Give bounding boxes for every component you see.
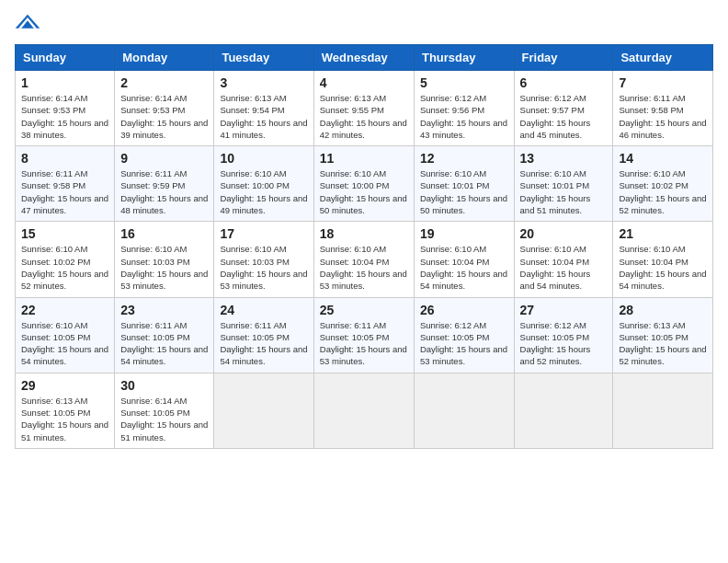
sunset-time: Sunset: 10:05 PM (619, 332, 688, 342)
day-number: 8 (21, 151, 108, 166)
sunrise-time: Sunrise: 6:10 AM (21, 244, 87, 254)
daylight-hours: Daylight: 15 hours and 52 minutes. (520, 344, 591, 366)
sunrise-time: Sunrise: 6:14 AM (120, 396, 187, 406)
calendar-week-row: 22 Sunrise: 6:10 AM Sunset: 10:05 PM Day… (16, 297, 713, 373)
col-sunday: Sunday (16, 45, 115, 71)
sunset-time: Sunset: 10:04 PM (520, 257, 590, 267)
table-row: 24 Sunrise: 6:11 AM Sunset: 10:05 PM Day… (214, 297, 313, 373)
day-detail: Sunrise: 6:10 AM Sunset: 10:04 PM Daylig… (320, 243, 408, 292)
sunrise-time: Sunrise: 6:12 AM (520, 320, 586, 330)
day-detail: Sunrise: 6:12 AM Sunset: 10:05 PM Daylig… (520, 319, 608, 368)
sunrise-time: Sunrise: 6:10 AM (619, 244, 685, 254)
daylight-hours: Daylight: 15 hours and 45 minutes. (520, 118, 591, 140)
daylight-hours: Daylight: 15 hours and 42 minutes. (320, 118, 407, 140)
table-row: 15 Sunrise: 6:10 AM Sunset: 10:02 PM Day… (16, 222, 115, 297)
day-detail: Sunrise: 6:13 AM Sunset: 9:55 PM Dayligh… (320, 92, 408, 141)
day-detail: Sunrise: 6:10 AM Sunset: 10:04 PM Daylig… (619, 243, 707, 292)
sunset-time: Sunset: 10:05 PM (420, 332, 490, 342)
sunrise-time: Sunrise: 6:11 AM (220, 320, 286, 330)
sunrise-time: Sunrise: 6:10 AM (420, 168, 486, 178)
daylight-hours: Daylight: 15 hours and 51 minutes. (21, 419, 108, 442)
sunrise-time: Sunrise: 6:12 AM (520, 93, 586, 103)
day-number: 11 (320, 151, 408, 166)
day-detail: Sunrise: 6:10 AM Sunset: 10:00 PM Daylig… (220, 167, 307, 216)
day-number: 12 (420, 151, 508, 166)
table-row (414, 373, 514, 448)
sunrise-time: Sunrise: 6:10 AM (220, 168, 286, 178)
table-row: 17 Sunrise: 6:10 AM Sunset: 10:03 PM Day… (214, 222, 313, 297)
table-row: 14 Sunrise: 6:10 AM Sunset: 10:02 PM Day… (613, 146, 713, 222)
day-number: 14 (619, 151, 707, 166)
col-monday: Monday (115, 45, 214, 71)
table-row: 22 Sunrise: 6:10 AM Sunset: 10:05 PM Day… (16, 297, 115, 373)
day-detail: Sunrise: 6:10 AM Sunset: 10:03 PM Daylig… (220, 243, 307, 292)
day-number: 9 (120, 151, 208, 166)
day-number: 25 (320, 303, 408, 317)
daylight-hours: Daylight: 15 hours and 50 minutes. (320, 193, 407, 215)
col-wednesday: Wednesday (313, 45, 414, 71)
sunset-time: Sunset: 10:05 PM (220, 332, 290, 342)
day-detail: Sunrise: 6:10 AM Sunset: 10:01 PM Daylig… (420, 167, 508, 216)
sunset-time: Sunset: 10:03 PM (120, 257, 190, 267)
sunrise-time: Sunrise: 6:10 AM (619, 168, 685, 178)
day-detail: Sunrise: 6:13 AM Sunset: 10:05 PM Daylig… (619, 319, 707, 368)
day-detail: Sunrise: 6:10 AM Sunset: 10:00 PM Daylig… (320, 167, 408, 216)
sunset-time: Sunset: 10:05 PM (120, 332, 190, 342)
sunrise-time: Sunrise: 6:10 AM (220, 244, 286, 254)
day-number: 7 (619, 75, 707, 90)
sunrise-time: Sunrise: 6:12 AM (420, 320, 486, 330)
sunrise-time: Sunrise: 6:14 AM (120, 93, 187, 103)
daylight-hours: Daylight: 15 hours and 41 minutes. (220, 118, 307, 140)
day-detail: Sunrise: 6:11 AM Sunset: 10:05 PM Daylig… (220, 319, 307, 368)
sunset-time: Sunset: 10:05 PM (21, 408, 91, 418)
daylight-hours: Daylight: 15 hours and 53 minutes. (120, 269, 208, 291)
sunrise-time: Sunrise: 6:10 AM (520, 168, 586, 178)
table-row: 25 Sunrise: 6:11 AM Sunset: 10:05 PM Day… (313, 297, 414, 373)
table-row: 13 Sunrise: 6:10 AM Sunset: 10:01 PM Day… (514, 146, 613, 222)
table-row: 10 Sunrise: 6:10 AM Sunset: 10:00 PM Day… (214, 146, 313, 222)
col-tuesday: Tuesday (214, 45, 313, 71)
day-number: 15 (21, 226, 108, 241)
sunset-time: Sunset: 10:01 PM (520, 180, 590, 190)
sunrise-time: Sunrise: 6:13 AM (320, 93, 386, 103)
page-header (15, 15, 713, 33)
table-row: 8 Sunrise: 6:11 AM Sunset: 9:58 PM Dayli… (16, 146, 115, 222)
calendar-week-row: 15 Sunrise: 6:10 AM Sunset: 10:02 PM Day… (16, 222, 713, 297)
table-row: 16 Sunrise: 6:10 AM Sunset: 10:03 PM Day… (115, 222, 214, 297)
daylight-hours: Daylight: 15 hours and 48 minutes. (120, 193, 208, 215)
daylight-hours: Daylight: 15 hours and 53 minutes. (320, 269, 407, 291)
daylight-hours: Daylight: 15 hours and 54 minutes. (220, 344, 307, 366)
sunset-time: Sunset: 9:57 PM (520, 105, 585, 115)
table-row: 12 Sunrise: 6:10 AM Sunset: 10:01 PM Day… (414, 146, 514, 222)
daylight-hours: Daylight: 15 hours and 43 minutes. (420, 118, 507, 140)
table-row: 26 Sunrise: 6:12 AM Sunset: 10:05 PM Day… (414, 297, 514, 373)
sunset-time: Sunset: 10:04 PM (619, 257, 688, 267)
sunset-time: Sunset: 9:59 PM (120, 180, 185, 190)
daylight-hours: Daylight: 15 hours and 46 minutes. (619, 118, 706, 140)
table-row (214, 373, 313, 448)
sunset-time: Sunset: 10:02 PM (619, 180, 688, 190)
sunrise-time: Sunrise: 6:10 AM (21, 320, 87, 330)
day-number: 3 (220, 75, 307, 90)
day-detail: Sunrise: 6:10 AM Sunset: 10:04 PM Daylig… (420, 243, 508, 292)
logo-icon (15, 13, 40, 31)
day-detail: Sunrise: 6:10 AM Sunset: 10:02 PM Daylig… (21, 243, 108, 292)
calendar-week-row: 29 Sunrise: 6:13 AM Sunset: 10:05 PM Day… (16, 373, 713, 448)
day-number: 26 (420, 303, 508, 317)
sunset-time: Sunset: 10:05 PM (120, 408, 190, 418)
table-row: 28 Sunrise: 6:13 AM Sunset: 10:05 PM Day… (613, 297, 713, 373)
daylight-hours: Daylight: 15 hours and 39 minutes. (120, 118, 208, 140)
day-detail: Sunrise: 6:10 AM Sunset: 10:02 PM Daylig… (619, 167, 707, 216)
day-detail: Sunrise: 6:12 AM Sunset: 9:57 PM Dayligh… (520, 92, 608, 141)
day-number: 17 (220, 226, 307, 241)
day-number: 23 (120, 303, 208, 317)
table-row: 20 Sunrise: 6:10 AM Sunset: 10:04 PM Day… (514, 222, 613, 297)
day-number: 27 (520, 303, 608, 317)
sunrise-time: Sunrise: 6:13 AM (21, 396, 87, 406)
col-thursday: Thursday (414, 45, 514, 71)
day-detail: Sunrise: 6:11 AM Sunset: 9:58 PM Dayligh… (21, 167, 108, 216)
table-row: 2 Sunrise: 6:14 AM Sunset: 9:53 PM Dayli… (115, 71, 214, 146)
sunrise-time: Sunrise: 6:11 AM (120, 168, 187, 178)
calendar-week-row: 1 Sunrise: 6:14 AM Sunset: 9:53 PM Dayli… (16, 71, 713, 146)
daylight-hours: Daylight: 15 hours and 54 minutes. (619, 269, 706, 291)
